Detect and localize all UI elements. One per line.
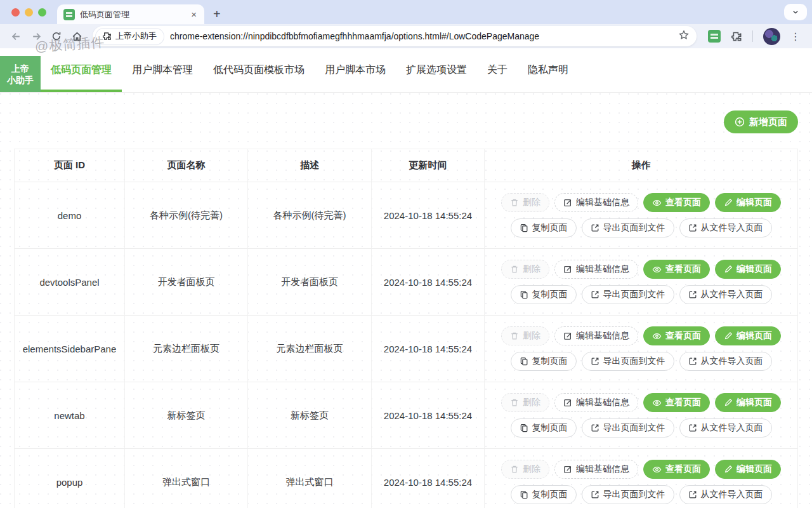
view-page-button[interactable]: 查看页面	[643, 393, 710, 412]
view-page-button[interactable]: 查看页面	[643, 460, 710, 479]
nav-item-userscript-market[interactable]: 用户脚本市场	[315, 48, 396, 92]
view-page-button[interactable]: 查看页面	[643, 326, 710, 345]
cell-page-id: popup	[15, 449, 125, 508]
nav-item-userscript-manage[interactable]: 用户脚本管理	[122, 48, 203, 92]
app-logo: 上帝 小助手	[0, 56, 41, 92]
profile-avatar[interactable]	[763, 28, 780, 45]
new-tab-button[interactable]: +	[213, 6, 221, 22]
toolbar-divider	[752, 30, 753, 42]
edit-info-button[interactable]: 编辑基础信息	[554, 260, 638, 279]
cell-page-name: 元素边栏面板页	[125, 316, 248, 382]
copy-page-button[interactable]: 复制页面	[511, 285, 577, 304]
import-page-button[interactable]: 从文件导入页面	[679, 285, 772, 304]
eye-icon	[652, 331, 662, 341]
pencil-icon	[724, 265, 733, 274]
pencil-icon	[724, 398, 733, 407]
add-page-button[interactable]: 新增页面	[724, 110, 798, 133]
copy-page-button[interactable]: 复制页面	[511, 485, 577, 504]
import-page-button[interactable]: 从文件导入页面	[679, 485, 772, 504]
extensions-puzzle-icon[interactable]	[728, 28, 745, 44]
maximize-window-button[interactable]	[38, 8, 46, 17]
cell-actions: 删除 编辑基础信息 查看页面 编辑页面 复制页面	[485, 182, 797, 249]
cell-updated: 2024-10-18 14:55:24	[372, 449, 485, 508]
edit-info-button[interactable]: 编辑基础信息	[554, 460, 638, 479]
export-page-button[interactable]: 导出页面到文件	[582, 418, 674, 438]
tab-title: 低码页面管理	[80, 9, 185, 20]
copy-page-button[interactable]: 复制页面	[511, 218, 577, 237]
edit-page-button[interactable]: 编辑页面	[715, 326, 781, 345]
copy-icon	[520, 490, 528, 499]
export-icon	[591, 290, 599, 299]
cell-actions: 删除 编辑基础信息 查看页面 编辑页面 复制页面	[485, 382, 797, 449]
extension-name-chip[interactable]: 上帝小助手	[96, 29, 164, 44]
edit-page-button[interactable]: 编辑页面	[715, 260, 781, 279]
tab-close-icon[interactable]: ×	[190, 9, 198, 20]
delete-button[interactable]: 删除	[501, 460, 549, 479]
back-icon[interactable]	[8, 28, 24, 44]
delete-button[interactable]: 删除	[501, 326, 549, 345]
url-text[interactable]: chrome-extension://ninpdibcdfbbfmofiameg…	[170, 31, 672, 41]
eye-icon	[652, 465, 662, 474]
extension-favicon-icon	[63, 9, 75, 20]
nav-item-about[interactable]: 关于	[477, 48, 518, 92]
edit-square-icon	[563, 465, 572, 474]
browser-toolbar: 上帝小助手 chrome-extension://ninpdibcdfbbfmo…	[0, 24, 812, 48]
import-page-button[interactable]: 从文件导入页面	[679, 218, 772, 237]
import-icon	[688, 224, 697, 232]
copy-icon	[520, 357, 528, 366]
import-icon	[688, 424, 697, 432]
view-page-button[interactable]: 查看页面	[643, 260, 710, 279]
logo-line1: 上帝	[11, 63, 29, 74]
export-icon	[591, 490, 599, 499]
cell-updated: 2024-10-18 14:55:24	[372, 182, 485, 249]
export-page-button[interactable]: 导出页面到文件	[582, 485, 674, 504]
cell-page-id: elementsSidebarPane	[15, 316, 125, 382]
edit-info-button[interactable]: 编辑基础信息	[554, 393, 638, 412]
chevron-down-icon[interactable]	[784, 4, 807, 20]
trash-icon	[510, 265, 519, 274]
nav-item-lowcode-page-manage[interactable]: 低码页面管理	[41, 48, 122, 92]
edit-page-button[interactable]: 编辑页面	[715, 193, 781, 212]
edit-square-icon	[563, 265, 572, 274]
copy-page-button[interactable]: 复制页面	[511, 418, 577, 438]
bookmark-star-icon[interactable]	[679, 30, 689, 43]
cell-page-id: newtab	[15, 382, 125, 449]
export-page-button[interactable]: 导出页面到文件	[582, 218, 674, 237]
import-page-button[interactable]: 从文件导入页面	[679, 418, 772, 438]
export-page-button[interactable]: 导出页面到文件	[582, 352, 674, 371]
window-controls	[11, 8, 46, 17]
menu-kebab-icon[interactable]: ⋮	[787, 30, 804, 43]
edit-info-button[interactable]: 编辑基础信息	[554, 326, 638, 345]
edit-square-icon	[563, 331, 572, 340]
edit-page-button[interactable]: 编辑页面	[715, 460, 781, 479]
cell-description: 弹出式窗口	[248, 449, 372, 508]
cell-description: 各种示例(待完善)	[248, 182, 372, 249]
eye-icon	[652, 198, 662, 208]
delete-button[interactable]: 删除	[501, 260, 549, 279]
view-page-button[interactable]: 查看页面	[643, 193, 710, 212]
export-page-button[interactable]: 导出页面到文件	[582, 285, 674, 304]
edit-page-button[interactable]: 编辑页面	[715, 393, 781, 412]
eye-icon	[652, 398, 662, 408]
delete-button[interactable]: 删除	[501, 393, 549, 412]
import-page-button[interactable]: 从文件导入页面	[679, 352, 772, 371]
table-header-row: 页面 ID 页面名称 描述 更新时间 操作	[15, 149, 797, 182]
nav-item-template-market[interactable]: 低代码页面模板市场	[203, 48, 315, 92]
cell-page-id: demo	[15, 182, 125, 249]
pinned-extension-icon[interactable]	[708, 30, 721, 43]
minimize-window-button[interactable]	[25, 8, 33, 17]
cell-actions: 删除 编辑基础信息 查看页面 编辑页面 复制页面	[485, 449, 797, 508]
copy-page-button[interactable]: 复制页面	[511, 352, 577, 371]
extension-chip-label: 上帝小助手	[115, 30, 157, 42]
close-window-button[interactable]	[11, 8, 20, 17]
edit-info-button[interactable]: 编辑基础信息	[554, 193, 638, 212]
table-body: demo 各种示例(待完善) 各种示例(待完善) 2024-10-18 14:5…	[15, 182, 797, 508]
nav-item-extension-settings[interactable]: 扩展选项设置	[396, 48, 477, 92]
address-bar[interactable]: 上帝小助手 chrome-extension://ninpdibcdfbbfmo…	[93, 26, 697, 46]
browser-tab[interactable]: 低码页面管理 ×	[57, 4, 204, 24]
delete-button[interactable]: 删除	[501, 193, 549, 212]
table-row: newtab 新标签页 新标签页 2024-10-18 14:55:24 删除 …	[15, 382, 797, 449]
header-description: 描述	[248, 149, 372, 182]
edit-square-icon	[563, 398, 572, 407]
nav-item-privacy[interactable]: 隐私声明	[518, 48, 579, 92]
